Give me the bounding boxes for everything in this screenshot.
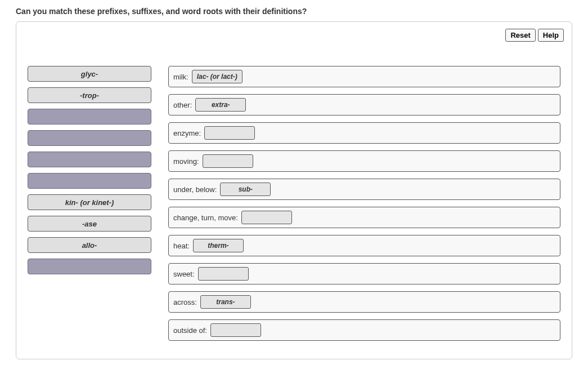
target-label: enzyme: <box>173 129 201 137</box>
draggable-empty-slot <box>28 152 151 167</box>
target-label: moving: <box>173 157 199 166</box>
target-row: moving: <box>168 150 560 172</box>
target-row: other:extra- <box>168 94 560 115</box>
target-row: enzyme: <box>168 122 560 144</box>
draggable-empty-slot <box>28 130 151 146</box>
question-title: Can you match these prefixes, suffixes, … <box>16 7 572 16</box>
target-row: milk:lac- (or lact-) <box>168 66 560 87</box>
drop-slot[interactable] <box>210 323 261 337</box>
activity-frame: Reset Help glyc--trop-kin- (or kinet-)-a… <box>16 21 572 359</box>
drop-slot[interactable] <box>198 267 249 281</box>
drop-slot[interactable]: extra- <box>195 98 246 112</box>
target-label: other: <box>173 101 192 109</box>
drop-slot[interactable]: sub- <box>220 183 271 196</box>
toolbar: Reset Help <box>505 29 564 42</box>
target-column: milk:lac- (or lact-)other:extra-enzyme:m… <box>168 66 560 341</box>
drop-slot[interactable]: trans- <box>200 295 251 309</box>
target-label: change, turn, move: <box>173 214 238 222</box>
reset-button[interactable]: Reset <box>505 29 535 42</box>
target-row: sweet: <box>168 263 560 284</box>
drop-slot[interactable]: lac- (or lact-) <box>192 70 243 83</box>
target-label: milk: <box>173 73 188 81</box>
drop-slot[interactable]: therm- <box>193 239 244 252</box>
draggable-empty-slot <box>28 259 151 274</box>
draggable-empty-slot <box>28 109 151 124</box>
draggable-item[interactable]: -ase <box>28 216 151 232</box>
target-row: change, turn, move: <box>168 207 560 228</box>
drop-slot[interactable] <box>204 126 255 140</box>
target-row: under, below:sub- <box>168 179 560 200</box>
target-label: under, below: <box>173 185 217 194</box>
draggable-item[interactable]: kin- (or kinet-) <box>28 194 151 210</box>
target-label: heat: <box>173 242 190 250</box>
target-label: sweet: <box>173 270 195 278</box>
target-row: outside of: <box>168 319 560 341</box>
help-button[interactable]: Help <box>538 29 564 42</box>
target-row: heat:therm- <box>168 235 560 256</box>
draggable-item[interactable]: allo- <box>28 237 151 253</box>
draggable-item[interactable]: glyc- <box>28 66 151 82</box>
draggable-item[interactable]: -trop- <box>28 87 151 103</box>
target-label: across: <box>173 298 197 306</box>
drop-slot[interactable] <box>241 211 292 224</box>
source-column: glyc--trop-kin- (or kinet-)-aseallo- <box>28 66 151 274</box>
draggable-empty-slot <box>28 173 151 189</box>
drop-slot[interactable] <box>203 154 253 168</box>
target-label: outside of: <box>173 326 207 335</box>
target-row: across:trans- <box>168 291 560 313</box>
